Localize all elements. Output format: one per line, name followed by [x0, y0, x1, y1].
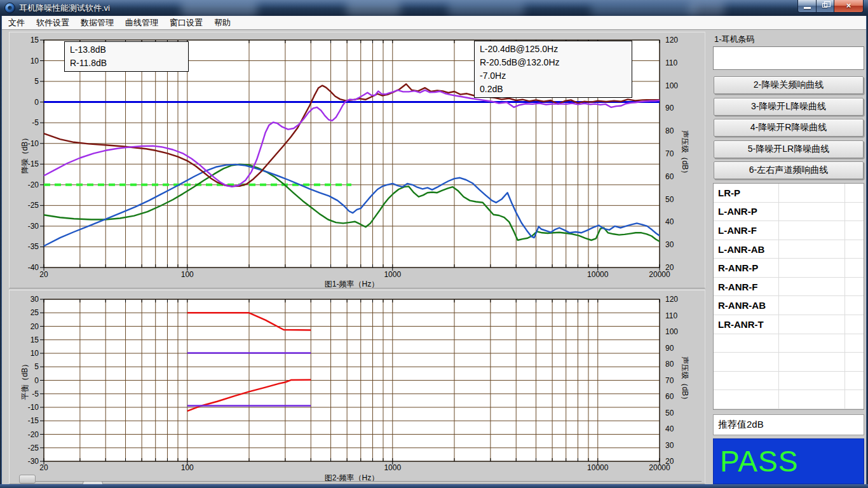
- glass-reflection: [346, 0, 400, 16]
- glass-reflection: [689, 0, 724, 16]
- list-cell: [779, 296, 845, 315]
- y-right-tick-label: 50: [665, 409, 674, 417]
- list-cell: [845, 372, 864, 390]
- y-left-tick-label: 10: [10, 57, 39, 65]
- list-row[interactable]: [714, 390, 864, 409]
- list-row[interactable]: R-ANR-AB: [714, 296, 864, 315]
- list-cell: [714, 372, 779, 390]
- y-right-tick-label: 50: [665, 195, 674, 204]
- y-right-tick-label: 80: [665, 360, 674, 369]
- restore-icon: [822, 3, 827, 8]
- list-row[interactable]: [714, 353, 864, 372]
- x-tick-label: 20000: [649, 463, 670, 472]
- menubar: 文件软件设置数据管理曲线管理窗口设置帮助: [0, 16, 868, 30]
- list-cell: [845, 203, 864, 221]
- barcode-input[interactable]: [713, 46, 864, 70]
- scrollbar-nub[interactable]: [19, 475, 36, 484]
- y-right-tick-label: 120: [665, 295, 678, 304]
- glass-reflection: [448, 0, 524, 16]
- annotation-line: R-11.8dB: [70, 57, 183, 70]
- y-left-tick-label: 25: [10, 308, 39, 317]
- minimize-button[interactable]: [797, 0, 817, 13]
- list-cell: [845, 334, 864, 353]
- y-right-tick-label: 100: [665, 327, 678, 336]
- y-right-tick-label: 110: [665, 58, 677, 67]
- y-right-tick-label: 90: [665, 104, 674, 112]
- annotation-line: R-20.5dB@132.0Hz: [480, 56, 627, 69]
- restore-button[interactable]: [817, 0, 834, 13]
- list-cell: [714, 353, 779, 371]
- x-tick-label: 10000: [587, 270, 608, 279]
- y-left-tick-label: -20: [10, 180, 39, 189]
- list-cell: [779, 353, 845, 371]
- menu-item-1[interactable]: 文件: [4, 16, 29, 30]
- x-tick-label: 100: [181, 463, 194, 472]
- list-row[interactable]: [714, 372, 864, 391]
- list-row[interactable]: R-ANR-F: [714, 278, 864, 297]
- list-cell: [845, 315, 864, 334]
- y-right-tick-label: 100: [665, 81, 678, 90]
- x-tick-label: 100: [181, 270, 194, 279]
- list-cell: [779, 221, 845, 240]
- annotation-line: L-13.8dB: [70, 43, 183, 57]
- annotation-nr-summary: L-13.8dBR-11.8dB: [64, 41, 189, 72]
- y-left-axis-title: 平衡（dB）: [20, 360, 31, 400]
- app-icon: [4, 3, 15, 13]
- recommend-value-box: 推荐值2dB: [713, 414, 864, 435]
- list-cell: [845, 353, 864, 371]
- list-cell: R-ANR-P: [714, 259, 779, 277]
- list-cell: [714, 334, 779, 353]
- x-tick-label: 20: [39, 270, 48, 279]
- y-left-axis-title: 降噪（dB）: [20, 134, 31, 174]
- y-left-tick-label: -40: [10, 263, 39, 272]
- annotation-peak-summary: L-20.4dB@125.0HzR-20.5dB@132.0Hz-7.0Hz0.…: [474, 41, 632, 98]
- list-row[interactable]: L-ANR-P: [714, 203, 864, 222]
- measure-button-3[interactable]: 3-降噪开L降噪曲线: [714, 98, 864, 116]
- list-cell: [845, 278, 864, 296]
- list-row[interactable]: L-ANR-F: [714, 221, 864, 240]
- y-left-tick-label: -30: [10, 457, 39, 466]
- menu-item-6[interactable]: 帮助: [210, 16, 235, 30]
- list-cell: [779, 240, 845, 259]
- list-cell: [845, 184, 864, 202]
- list-cell: LR-ANR-T: [714, 315, 779, 334]
- close-button[interactable]: ×: [834, 0, 864, 13]
- list-row[interactable]: LR-P: [714, 184, 864, 203]
- y-right-tick-label: 40: [665, 424, 674, 433]
- pass-fail-text: PASS: [720, 444, 798, 478]
- y-right-tick-label: 40: [665, 217, 674, 226]
- menu-item-3[interactable]: 数据管理: [76, 16, 118, 30]
- y-left-tick-label: -15: [10, 416, 39, 425]
- measure-button-5[interactable]: 5-降噪开LR降噪曲线: [714, 140, 864, 158]
- window-border: [0, 484, 868, 488]
- glass-reflection: [181, 0, 257, 16]
- y-right-axis-title: 声压级（dB）: [679, 356, 690, 404]
- y-left-tick-label: 0: [10, 98, 39, 107]
- menu-item-5[interactable]: 窗口设置: [165, 16, 207, 30]
- y-left-tick-label: 5: [10, 77, 39, 86]
- result-list[interactable]: LR-PL-ANR-PL-ANR-FL-ANR-ABR-ANR-PR-ANR-F…: [713, 183, 864, 410]
- measure-button-4[interactable]: 4-降噪开R降噪曲线: [714, 119, 864, 137]
- list-row[interactable]: L-ANR-AB: [714, 240, 864, 259]
- plot-area[interactable]: [40, 299, 660, 465]
- list-row[interactable]: R-ANR-P: [714, 259, 864, 278]
- x-tick-label: 1000: [384, 270, 401, 279]
- panel-bottom-shadow: [32, 481, 702, 482]
- barcode-label: 1-耳机条码: [714, 34, 755, 45]
- y-right-tick-label: 120: [665, 36, 678, 44]
- list-cell: [845, 259, 864, 277]
- list-cell: L-ANR-F: [714, 221, 779, 240]
- measure-button-2[interactable]: 2-降噪关频响曲线: [714, 76, 864, 94]
- y-left-tick-label: -20: [10, 430, 39, 439]
- list-row[interactable]: [714, 334, 864, 353]
- measure-button-6[interactable]: 6-左右声道频响曲线: [714, 161, 864, 179]
- menu-item-2[interactable]: 软件设置: [32, 16, 74, 30]
- y-right-tick-label: 70: [665, 149, 674, 158]
- chart-noise-reduction: 151050-5-10-15-20-25-30-35-4012011010090…: [9, 32, 705, 288]
- menu-item-4[interactable]: 曲线管理: [121, 16, 163, 30]
- pass-fail-indicator: PASS: [713, 438, 864, 484]
- list-row[interactable]: LR-ANR-T: [714, 315, 864, 334]
- list-cell: L-ANR-AB: [714, 240, 779, 259]
- x-axis-title: 图2-频率（Hz）: [44, 473, 660, 484]
- list-cell: [779, 334, 845, 353]
